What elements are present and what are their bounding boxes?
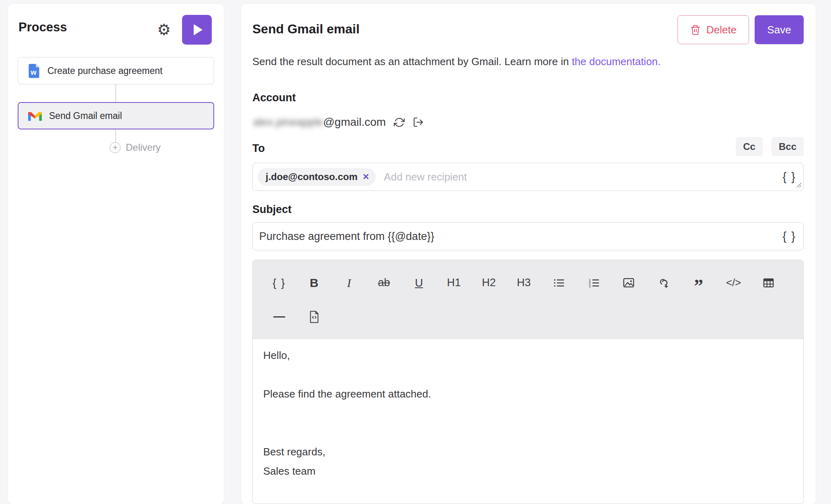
trash-icon	[690, 25, 701, 35]
page-title: Send Gmail email	[252, 22, 360, 37]
body-line: Hello,	[263, 346, 793, 365]
gmail-icon	[28, 111, 42, 121]
bulleted-list-button[interactable]	[541, 266, 576, 300]
horizontal-rule-button[interactable]	[262, 300, 297, 334]
heading3-button[interactable]: H3	[506, 266, 541, 300]
step-send-gmail-email[interactable]: Send Gmail email	[18, 102, 214, 129]
account-email-row: alex.pineapple@gmail.com	[253, 113, 424, 131]
bcc-button[interactable]: Bcc	[772, 137, 804, 156]
delete-button[interactable]: Delete	[677, 15, 749, 44]
insert-link-button[interactable]	[646, 266, 681, 300]
panel-actions: Delete Save	[677, 15, 804, 44]
sign-out-account-button[interactable]	[413, 117, 424, 128]
bold-button[interactable]: B	[297, 266, 332, 300]
insert-table-button[interactable]	[751, 266, 786, 300]
play-icon	[194, 24, 203, 35]
subject-input[interactable]: Purchase agreement from {{@date}} { }	[252, 222, 804, 250]
process-sidebar: Process ⚙ w Create purchase agreement Se…	[8, 4, 224, 504]
delete-label: Delete	[706, 24, 737, 36]
recipient-chip[interactable]: j.doe@contoso.com ✕	[258, 168, 376, 186]
to-label: To	[252, 142, 265, 155]
documentation-link[interactable]: the documentation.	[572, 55, 661, 68]
body-line: Sales team	[263, 461, 793, 481]
numbered-list-button[interactable]: 123	[576, 266, 611, 300]
body-line	[263, 365, 793, 384]
step-create-purchase-agreement[interactable]: w Create purchase agreement	[18, 57, 214, 84]
step-settings-panel: Send Gmail email Delete Save Send the re…	[241, 4, 816, 504]
code-button[interactable]: </>	[716, 266, 751, 300]
numbered-list-icon: 123	[588, 277, 600, 289]
body-line: Best regards,	[263, 442, 793, 461]
horizontal-rule-icon	[273, 316, 285, 318]
plus-circle-icon: +	[110, 142, 121, 153]
bulleted-list-icon	[553, 277, 565, 289]
step-connector	[115, 84, 116, 102]
word-document-icon: w	[28, 64, 40, 78]
run-process-button[interactable]	[182, 15, 212, 45]
underline-button[interactable]: U	[401, 266, 436, 300]
editor-toolbar: { } B I ab U H1 H2 H3	[253, 260, 803, 339]
insert-table-icon	[762, 277, 775, 289]
body-line: Please find the agreement attached.	[263, 384, 793, 404]
account-email-domain: @gmail.com	[323, 116, 386, 129]
insert-image-button[interactable]	[611, 266, 646, 300]
insert-variable-button[interactable]: { }	[262, 266, 297, 300]
insert-variable-button[interactable]: { }	[783, 170, 796, 184]
remove-recipient-icon[interactable]: ✕	[362, 172, 370, 182]
to-input-placeholder: Add new recipient	[384, 171, 467, 183]
account-email: alex.pineapple@gmail.com	[253, 116, 386, 129]
refresh-icon	[394, 117, 405, 128]
heading2-button[interactable]: H2	[471, 266, 506, 300]
cc-button[interactable]: Cc	[736, 137, 763, 156]
svg-text:w: w	[30, 68, 37, 76]
process-title: Process	[18, 20, 67, 35]
step-connector	[115, 129, 116, 143]
save-button[interactable]: Save	[755, 15, 804, 44]
gear-icon[interactable]: ⚙	[155, 21, 173, 39]
cc-bcc-buttons: Cc Bcc	[736, 137, 804, 156]
subject-value: Purchase agreement from {{@date}}	[259, 230, 434, 243]
email-body-textarea[interactable]: Hello, Please find the agreement attache…	[253, 339, 803, 487]
recipient-chip-label: j.doe@contoso.com	[266, 171, 358, 182]
svg-text:3: 3	[588, 284, 590, 288]
step-label: Send Gmail email	[49, 111, 122, 121]
insert-variable-button[interactable]: { }	[783, 230, 796, 243]
insert-image-icon	[622, 277, 635, 289]
step-label: Create purchase agreement	[47, 66, 162, 76]
source-code-icon	[309, 310, 320, 324]
heading1-button[interactable]: H1	[436, 266, 471, 300]
add-delivery-button[interactable]: + Delivery	[110, 142, 161, 153]
strikethrough-button[interactable]: ab	[366, 266, 401, 300]
refresh-account-button[interactable]	[394, 117, 405, 128]
account-email-user-blurred: alex.pineapple	[253, 116, 323, 129]
account-label: Account	[252, 92, 296, 104]
resize-handle[interactable]	[796, 182, 802, 189]
step-description: Send the result document as an attachmen…	[252, 55, 661, 68]
sign-out-icon	[413, 117, 424, 128]
email-body-editor: { } B I ab U H1 H2 H3	[252, 260, 804, 504]
source-code-button[interactable]	[297, 300, 332, 334]
add-delivery-label: Delivery	[126, 142, 161, 153]
italic-button[interactable]: I	[332, 266, 366, 300]
insert-link-icon	[657, 277, 670, 289]
subject-label: Subject	[252, 203, 292, 216]
blockquote-button[interactable]: ”	[681, 269, 716, 303]
body-line	[263, 423, 793, 442]
body-line	[263, 404, 793, 423]
to-recipients-input[interactable]: j.doe@contoso.com ✕ Add new recipient { …	[252, 163, 804, 191]
